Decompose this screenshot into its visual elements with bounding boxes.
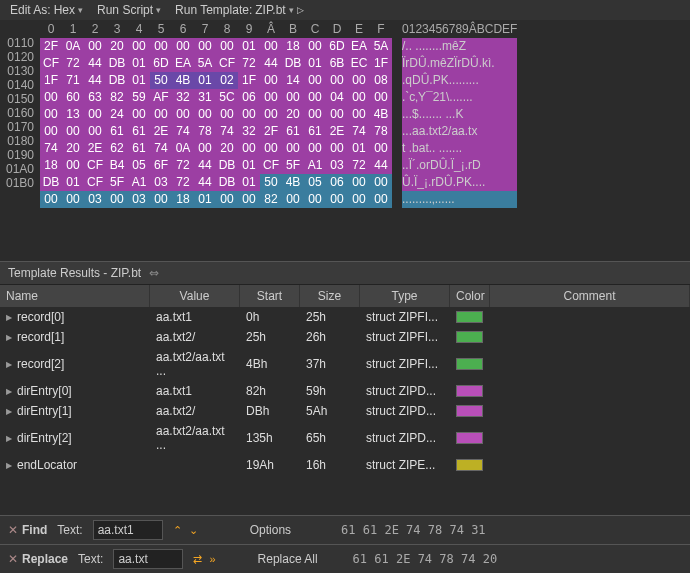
hex-byte[interactable]: 03 (128, 191, 150, 208)
hex-byte[interactable]: 6F (150, 157, 172, 174)
ascii-row[interactable]: t .bat.. ....... (402, 140, 517, 157)
replace-all-label[interactable]: Replace All (258, 552, 318, 566)
hex-byte[interactable]: 71 (62, 72, 84, 89)
hex-byte[interactable]: A1 (304, 157, 326, 174)
row-start[interactable]: 19Ah (240, 455, 300, 475)
expand-icon[interactable]: ▶ (6, 461, 12, 470)
hex-byte[interactable]: 2F (40, 38, 62, 55)
row-color[interactable] (450, 401, 490, 421)
ascii-row[interactable]: ...aa.txt2/aa.tx (402, 123, 517, 140)
hex-byte[interactable]: 00 (194, 140, 216, 157)
hex-byte[interactable]: 03 (150, 174, 172, 191)
hex-byte[interactable]: 03 (326, 157, 348, 174)
hex-byte[interactable]: 01 (194, 72, 216, 89)
hex-byte[interactable]: 01 (348, 140, 370, 157)
hex-byte[interactable]: 00 (84, 106, 106, 123)
expand-icon[interactable]: ▶ (6, 313, 12, 322)
row-value[interactable]: aa.txt1 (150, 381, 240, 401)
hex-byte[interactable]: 44 (194, 174, 216, 191)
expand-icon[interactable]: ▶ (6, 360, 12, 369)
hex-byte[interactable]: 0A (172, 140, 194, 157)
hex-byte[interactable]: 01 (304, 55, 326, 72)
hex-byte[interactable]: 62 (106, 140, 128, 157)
hex-byte[interactable]: 74 (40, 140, 62, 157)
hex-byte[interactable]: 00 (172, 106, 194, 123)
hex-byte[interactable]: EA (172, 55, 194, 72)
hex-byte[interactable]: 20 (216, 140, 238, 157)
row-name[interactable]: ▶dirEntry[2] (0, 421, 150, 455)
hex-byte[interactable]: 00 (150, 38, 172, 55)
hex-byte[interactable]: 00 (106, 191, 128, 208)
hex-byte[interactable]: 00 (40, 191, 62, 208)
hex-byte[interactable]: 00 (282, 89, 304, 106)
hex-byte[interactable]: 00 (282, 191, 304, 208)
hex-byte[interactable]: 78 (194, 123, 216, 140)
hex-byte[interactable]: 74 (216, 123, 238, 140)
hex-byte[interactable]: 74 (348, 123, 370, 140)
hex-byte[interactable]: 00 (304, 72, 326, 89)
hex-byte[interactable]: 13 (62, 106, 84, 123)
hex-byte[interactable] (194, 208, 216, 225)
hex-byte[interactable]: 61 (128, 123, 150, 140)
hex-byte[interactable]: DB (40, 174, 62, 191)
ascii-row[interactable]: /.. ........mêZ (402, 38, 517, 55)
hex-byte[interactable]: 00 (238, 140, 260, 157)
hex-byte[interactable]: 00 (304, 106, 326, 123)
hex-byte[interactable] (62, 208, 84, 225)
row-value[interactable] (150, 455, 240, 475)
hex-byte[interactable]: 82 (106, 89, 128, 106)
row-start[interactable]: 25h (240, 327, 300, 347)
hex-byte[interactable]: AF (150, 89, 172, 106)
hex-byte[interactable]: 00 (260, 72, 282, 89)
hex-byte[interactable]: 04 (326, 89, 348, 106)
hex-byte[interactable]: 00 (370, 174, 392, 191)
hex-byte[interactable]: 05 (304, 174, 326, 191)
row-comment[interactable] (490, 401, 690, 421)
hex-byte[interactable]: 08 (370, 72, 392, 89)
replace-arrows[interactable]: ⇄ » (193, 553, 217, 566)
hex-byte[interactable]: 00 (216, 191, 238, 208)
hex-byte[interactable]: 1F (40, 72, 62, 89)
hex-byte[interactable]: 60 (62, 89, 84, 106)
row-color[interactable] (450, 381, 490, 401)
hex-byte[interactable]: 61 (106, 123, 128, 140)
hex-byte[interactable] (326, 208, 348, 225)
row-value[interactable]: aa.txt2/ (150, 401, 240, 421)
row-type[interactable]: struct ZIPD... (360, 381, 450, 401)
hex-byte[interactable]: 44 (84, 55, 106, 72)
hex-byte[interactable]: 00 (304, 140, 326, 157)
hex-byte[interactable]: 14 (282, 72, 304, 89)
hex-byte[interactable]: 00 (128, 106, 150, 123)
row-name[interactable]: ▶dirEntry[1] (0, 401, 150, 421)
hex-byte[interactable]: 00 (150, 106, 172, 123)
hex-byte[interactable]: 06 (238, 89, 260, 106)
hex-byte[interactable]: 00 (260, 89, 282, 106)
hex-byte[interactable]: 00 (282, 140, 304, 157)
hex-byte[interactable]: 01 (238, 174, 260, 191)
replace-input[interactable] (113, 549, 183, 569)
hex-byte[interactable]: 44 (194, 157, 216, 174)
hex-byte[interactable]: 61 (128, 140, 150, 157)
hex-byte[interactable]: EA (348, 38, 370, 55)
row-color[interactable] (450, 307, 490, 327)
close-icon[interactable]: ✕ (8, 552, 18, 566)
close-icon[interactable]: ✕ (8, 523, 18, 537)
hex-byte[interactable]: 01 (62, 174, 84, 191)
hex-byte[interactable]: 00 (172, 38, 194, 55)
hex-byte[interactable]: 78 (370, 123, 392, 140)
hex-byte[interactable]: 31 (194, 89, 216, 106)
row-size[interactable]: 59h (300, 381, 360, 401)
ascii-row[interactable]: .qDÛ.PK......... (402, 72, 517, 89)
hex-byte[interactable]: 01 (128, 55, 150, 72)
row-type[interactable]: struct ZIPFI... (360, 347, 450, 381)
hex-byte[interactable]: 00 (304, 38, 326, 55)
hex-byte[interactable]: DB (106, 55, 128, 72)
find-input[interactable] (93, 520, 163, 540)
row-size[interactable]: 5Ah (300, 401, 360, 421)
row-size[interactable]: 65h (300, 421, 360, 455)
column-header[interactable]: Value (150, 285, 240, 307)
hex-byte[interactable]: 5A (194, 55, 216, 72)
hex-byte[interactable]: 18 (40, 157, 62, 174)
row-size[interactable]: 26h (300, 327, 360, 347)
hex-byte[interactable]: 1F (238, 72, 260, 89)
